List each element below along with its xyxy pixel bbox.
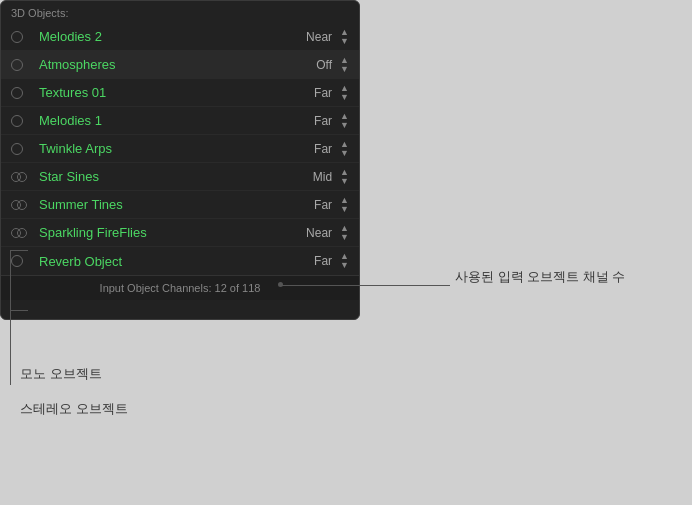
track-list: Melodies 2Near▲▼AtmospheresOff▲▼Textures… [1, 23, 359, 275]
track-position: Near [304, 30, 336, 44]
track-name: Textures 01 [33, 85, 304, 100]
track-stepper[interactable]: ▲▼ [340, 252, 349, 270]
track-position: Off [304, 58, 336, 72]
track-row[interactable]: Melodies 1Far▲▼ [1, 107, 359, 135]
track-row[interactable]: Melodies 2Near▲▼ [1, 23, 359, 51]
track-name: Atmospheres [33, 57, 304, 72]
stepper-down[interactable]: ▼ [340, 149, 349, 158]
track-icon-mono [11, 59, 33, 71]
track-icon-mono [11, 31, 33, 43]
stereo-annotation-text: 스테레오 오브젝트 [20, 400, 128, 418]
annotation-line-channels [280, 285, 450, 286]
section-header: 3D Objects: [1, 1, 359, 23]
track-row[interactable]: AtmospheresOff▲▼ [1, 51, 359, 79]
track-position: Far [304, 114, 336, 128]
track-stepper[interactable]: ▲▼ [340, 196, 349, 214]
track-icon-mono [11, 255, 33, 267]
track-stepper[interactable]: ▲▼ [340, 112, 349, 130]
track-name: Reverb Object [33, 254, 304, 269]
stepper-down[interactable]: ▼ [340, 65, 349, 74]
track-position: Far [304, 142, 336, 156]
track-row[interactable]: Reverb ObjectFar▲▼ [1, 247, 359, 275]
stepper-down[interactable]: ▼ [340, 177, 349, 186]
track-name: Melodies 2 [33, 29, 304, 44]
track-name: Twinkle Arps [33, 141, 304, 156]
track-icon-mono [11, 87, 33, 99]
annotation-line-stereo-h [10, 310, 28, 311]
stepper-down[interactable]: ▼ [340, 261, 349, 270]
track-icon-stereo [11, 200, 33, 210]
track-row[interactable]: Star SinesMid▲▼ [1, 163, 359, 191]
track-position: Far [304, 86, 336, 100]
track-name: Summer Tines [33, 197, 304, 212]
track-stepper[interactable]: ▲▼ [340, 84, 349, 102]
track-position: Mid [304, 170, 336, 184]
track-stepper[interactable]: ▲▼ [340, 168, 349, 186]
track-row[interactable]: Textures 01Far▲▼ [1, 79, 359, 107]
track-name: Star Sines [33, 169, 304, 184]
mono-annotation-text: 모노 오브젝트 [20, 365, 102, 383]
annotation-line-vertical [10, 250, 11, 385]
track-stepper[interactable]: ▲▼ [340, 224, 349, 242]
stepper-down[interactable]: ▼ [340, 205, 349, 214]
track-position: Near [304, 226, 336, 240]
track-icon-mono [11, 115, 33, 127]
stepper-down[interactable]: ▼ [340, 37, 349, 46]
track-row[interactable]: Summer TinesFar▲▼ [1, 191, 359, 219]
stepper-down[interactable]: ▼ [340, 233, 349, 242]
track-icon-mono [11, 143, 33, 155]
track-position: Far [304, 198, 336, 212]
stepper-down[interactable]: ▼ [340, 93, 349, 102]
channels-annotation-text: 사용된 입력 오브젝트 채널 수 [455, 268, 625, 286]
track-icon-stereo [11, 172, 33, 182]
track-name: Melodies 1 [33, 113, 304, 128]
track-row[interactable]: Sparkling FireFliesNear▲▼ [1, 219, 359, 247]
stepper-down[interactable]: ▼ [340, 121, 349, 130]
track-row[interactable]: Twinkle ArpsFar▲▼ [1, 135, 359, 163]
track-panel: 3D Objects: Melodies 2Near▲▼AtmospheresO… [0, 0, 360, 320]
annotation-line-mono-h [10, 250, 28, 251]
footer-info: Input Object Channels: 12 of 118 [1, 275, 359, 300]
track-stepper[interactable]: ▲▼ [340, 56, 349, 74]
track-icon-stereo [11, 228, 33, 238]
track-position: Far [304, 254, 336, 268]
track-stepper[interactable]: ▲▼ [340, 140, 349, 158]
track-stepper[interactable]: ▲▼ [340, 28, 349, 46]
track-name: Sparkling FireFlies [33, 225, 304, 240]
